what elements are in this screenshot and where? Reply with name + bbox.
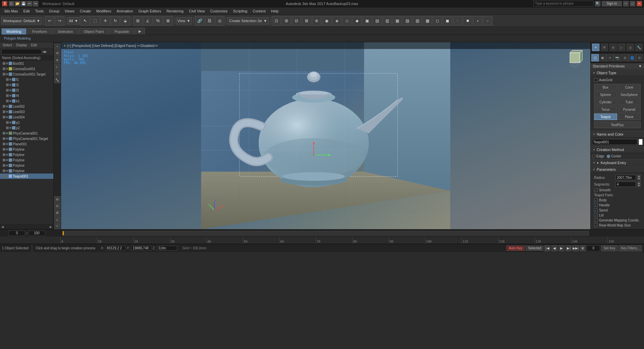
lid-checkbox[interactable]: ✓ [594, 213, 598, 217]
spacewarps-icon[interactable]: 🌀 [629, 54, 636, 61]
search-input[interactable] [533, 1, 594, 7]
scene-item-f1[interactable]: f1 [0, 77, 53, 82]
primitives-dropdown[interactable]: Standard Primitives ▼ [591, 63, 644, 69]
object-name-input[interactable] [592, 139, 637, 145]
tb-icon-8[interactable]: ◇ [342, 16, 352, 26]
tb-icon-11[interactable]: ▤ [372, 16, 382, 26]
segments-up[interactable]: ▲ [638, 182, 640, 184]
scene-item-line002[interactable]: Line002 [0, 104, 53, 109]
menu-graph-editors[interactable]: Graph Editors [136, 7, 164, 15]
tb-icon-5[interactable]: ⊛ [312, 16, 321, 26]
body-checkbox[interactable]: ✓ [594, 198, 598, 202]
redo-btn[interactable]: ↪ [33, 1, 38, 6]
tab-extra-arrow[interactable]: ▶ [135, 28, 145, 35]
tb-icon-1[interactable]: ⊡ [272, 16, 281, 26]
viewport-canvas[interactable]: X Y Z [61, 42, 590, 229]
view-dropdown[interactable]: View ▼ [176, 17, 192, 24]
viewport-gizmo[interactable] [565, 48, 585, 68]
modify-tool[interactable]: ⚒ [54, 50, 60, 56]
scene-item-polyline3[interactable]: Polyline [0, 157, 53, 163]
radius-spinner[interactable]: ▲ ▼ [637, 175, 641, 180]
maximize-btn[interactable]: □ [630, 1, 635, 6]
modify-panel-icon[interactable]: ⚒ [601, 44, 608, 51]
scale-btn[interactable]: ⬙ [121, 16, 130, 26]
scene-item-line004[interactable]: Line004 [0, 114, 53, 120]
scene-collapse-btn[interactable]: ◀▶ [42, 50, 47, 53]
scene-edit-btn[interactable]: Edit [30, 43, 38, 47]
segments-spinner[interactable]: ▲ ▼ [637, 182, 641, 187]
display-panel-icon[interactable]: ◎ [627, 44, 634, 51]
radius-down[interactable]: ▼ [638, 178, 640, 180]
pyramid-btn[interactable]: Pyramid [618, 106, 641, 113]
prev-frame-btn[interactable]: ◀ [551, 245, 557, 251]
tb-icon-17[interactable]: ◻ [433, 16, 442, 26]
tb-icon-18[interactable]: ◼ [443, 16, 452, 26]
open-btn[interactable]: 📂 [15, 1, 20, 6]
geometry-icon[interactable]: ⬡ [591, 54, 599, 61]
select-region-btn[interactable]: ⬚ [91, 16, 100, 26]
scene-item-box001[interactable]: Box001 [0, 61, 53, 66]
minimize-btn[interactable]: ─ [623, 1, 629, 6]
scene-item-k1[interactable]: k1 [0, 98, 53, 104]
tb-icon-21[interactable]: ▪ [473, 16, 482, 26]
timeline-end[interactable]: 100 [29, 231, 45, 236]
play-btn[interactable]: ▶ [558, 245, 565, 251]
scroll-left-btn[interactable]: ◀ [1, 225, 4, 229]
motion-tool[interactable]: ▷ [54, 64, 60, 70]
segments-value[interactable]: 4 [615, 182, 636, 187]
tb-icon-22[interactable]: ▫ [483, 16, 492, 26]
key-filters-btn[interactable]: Key Filters... [619, 245, 642, 251]
edge-radio[interactable] [592, 155, 595, 158]
undo-btn[interactable]: ↩ [27, 1, 32, 6]
menu-tools[interactable]: Tools [33, 7, 47, 15]
spinner-snap-btn[interactable]: ⊠ [163, 16, 173, 26]
lights-icon[interactable]: ☀ [606, 54, 613, 61]
parameters-section[interactable]: Parameters [591, 166, 644, 173]
plane-btn[interactable]: Plane [618, 113, 641, 120]
scene-item-polyline1[interactable]: Polyline [0, 147, 53, 152]
scene-item-p1[interactable]: p1 [0, 120, 53, 125]
menu-rendering[interactable]: Rendering [164, 7, 186, 15]
scene-item-polyline2[interactable]: Polyline [0, 152, 53, 157]
save-btn[interactable]: 💾 [21, 1, 26, 6]
tool-extra5[interactable]: ▽ [54, 223, 60, 229]
create-panel-icon[interactable]: + [592, 44, 599, 51]
shapes-icon[interactable]: ⬟ [599, 54, 606, 61]
autogrid-checkbox[interactable] [594, 78, 598, 82]
helpers-icon[interactable]: ⊞ [621, 54, 629, 61]
move-btn[interactable]: ✛ [101, 16, 110, 26]
tool-extra1[interactable]: ⊞ [54, 196, 60, 202]
autokey-btn[interactable]: Auto Key [506, 246, 525, 251]
motion-panel-icon[interactable]: ▷ [618, 44, 625, 51]
tab-populate[interactable]: Populate [109, 28, 134, 35]
timeline-start[interactable]: 0 [8, 231, 25, 236]
tb-icon-7[interactable]: ◈ [332, 16, 341, 26]
tube-btn[interactable]: Tube [618, 99, 641, 105]
scene-item-physcamera001[interactable]: PhysCamera001 [0, 131, 53, 136]
tool-extra4[interactable]: △ [54, 216, 60, 222]
menu-group[interactable]: Group [46, 7, 62, 15]
set-key-btn[interactable]: Set Key [601, 245, 618, 251]
hierarchy-tool[interactable]: ⊕ [54, 57, 60, 63]
create-tool[interactable]: + [54, 44, 60, 50]
tb-icon-13[interactable]: ▦ [392, 16, 402, 26]
tb-icon-19[interactable]: ◾ [453, 16, 462, 26]
scene-item-f2[interactable]: f2 [0, 82, 53, 88]
scene-display-btn[interactable]: Display [15, 43, 29, 47]
object-type-section[interactable]: Object Type [591, 69, 644, 76]
toolbar-undo[interactable]: ↩ [45, 16, 54, 26]
filter-dropdown[interactable]: All ▼ [67, 17, 80, 24]
name-color-section[interactable]: Name and Color [591, 131, 644, 138]
keyboard-entry-section[interactable]: ▼ Keyboard Entry [591, 159, 644, 166]
radius-up[interactable]: ▲ [638, 175, 640, 178]
timeline-track[interactable] [62, 231, 589, 236]
snap-btn[interactable]: ⊞ [133, 16, 143, 26]
generate-mapping-checkbox[interactable]: ✓ [594, 218, 598, 222]
go-end-btn[interactable]: ▶▶| [573, 245, 579, 251]
tb-icon-4[interactable]: ⊠ [302, 16, 311, 26]
tb-icon-20[interactable]: ◽ [463, 16, 472, 26]
systems-icon[interactable]: ⚙ [636, 54, 643, 61]
scene-item-physcamera001-target[interactable]: PhysCamera001.Target [0, 136, 53, 141]
tb-icon-9[interactable]: ◆ [352, 16, 362, 26]
scene-item-polyline4[interactable]: Polyline [0, 163, 53, 168]
